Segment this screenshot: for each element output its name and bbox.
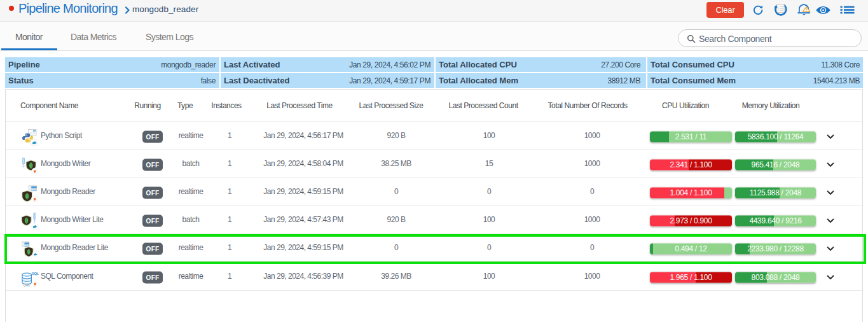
svg-text:SQL: SQL [32,272,39,276]
svg-text:Query: Query [24,284,31,287]
